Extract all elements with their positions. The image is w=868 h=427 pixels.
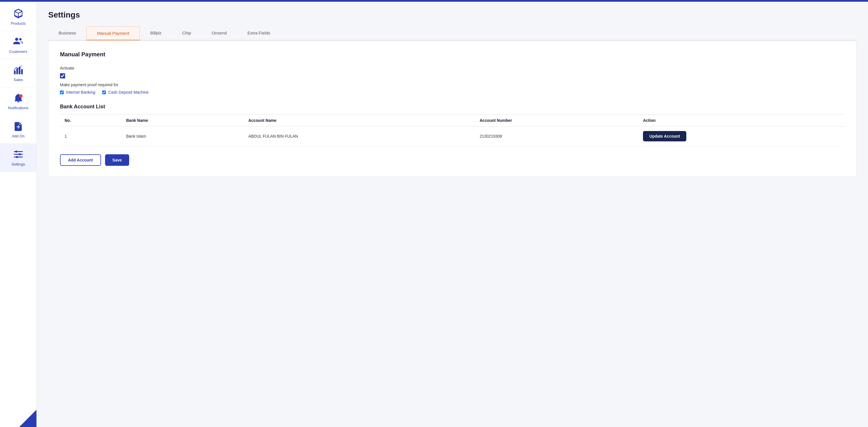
table-row: 1 Bank Islam ABDUL FULAN BIN FULAN 21302… <box>60 126 845 146</box>
add-account-button[interactable]: Add Account <box>60 154 101 166</box>
page-title: Settings <box>48 10 857 20</box>
cell-account-number: 2130219308 <box>475 126 639 146</box>
svg-point-14 <box>16 156 18 158</box>
main-content: Settings Business Manual Payment Billplz… <box>37 2 868 427</box>
bank-account-table: No. Bank Name Account Name Account Numbe… <box>60 114 845 146</box>
bank-account-list-title: Bank Account List <box>60 104 845 110</box>
sidebar-item-notifications-label: Notifications <box>8 106 28 110</box>
sidebar-item-customers-label: Customers <box>9 50 27 54</box>
payment-proof-label: Make payment proof required for <box>60 83 845 87</box>
tab-extra-fields[interactable]: Extra Fields <box>237 26 280 40</box>
sidebar: Products Customers Sales Notifications <box>0 0 37 427</box>
svg-point-13 <box>19 153 21 155</box>
sidebar-item-addon-label: Add On <box>12 134 24 138</box>
internet-banking-label: Internet Banking <box>66 90 95 94</box>
sidebar-item-sales[interactable]: Sales <box>0 59 36 87</box>
sidebar-bottom-accent <box>19 410 36 427</box>
svg-point-0 <box>15 38 18 41</box>
tab-business[interactable]: Business <box>48 26 86 40</box>
payment-proof-options: Internet Banking Cash Deposit Machine <box>60 90 845 94</box>
col-account-name: Account Name <box>244 115 475 126</box>
save-button[interactable]: Save <box>105 154 129 166</box>
tabs-container: Business Manual Payment Billplz Chip Ons… <box>48 26 857 40</box>
content-card: Manual Payment Activate Make payment pro… <box>48 40 857 176</box>
manual-payment-title: Manual Payment <box>60 51 845 58</box>
sidebar-item-addon[interactable]: Add On <box>0 115 36 144</box>
col-bank-name: Bank Name <box>122 115 244 126</box>
tab-chip[interactable]: Chip <box>172 26 202 40</box>
cash-deposit-option: Cash Deposit Machine <box>102 90 149 94</box>
action-buttons: Add Account Save <box>60 154 845 166</box>
svg-point-6 <box>19 94 22 98</box>
svg-rect-2 <box>14 70 16 74</box>
sidebar-item-notifications[interactable]: Notifications <box>0 87 36 115</box>
sliders-icon <box>13 149 24 160</box>
bank-account-section: Bank Account List No. Bank Name Account … <box>60 104 845 166</box>
cell-action: Update Account <box>639 126 845 146</box>
activate-checkbox-row <box>60 73 845 79</box>
activate-checkbox[interactable] <box>60 73 65 79</box>
activate-label: Activate <box>60 66 845 70</box>
box-icon <box>13 8 24 19</box>
cell-bank-name: Bank Islam <box>122 126 244 146</box>
sidebar-item-products[interactable]: Products <box>0 3 36 31</box>
file-plus-icon <box>13 121 24 132</box>
col-account-number: Account Number <box>475 115 639 126</box>
svg-point-1 <box>19 38 21 40</box>
svg-rect-3 <box>16 68 18 74</box>
sidebar-item-settings-label: Settings <box>11 162 25 166</box>
bell-icon <box>13 92 24 104</box>
tab-billplz[interactable]: Billplz <box>140 26 172 40</box>
svg-rect-5 <box>21 69 23 75</box>
people-icon <box>13 36 24 47</box>
cash-deposit-label: Cash Deposit Machine <box>108 90 149 94</box>
sidebar-item-customers[interactable]: Customers <box>0 31 36 59</box>
internet-banking-checkbox[interactable] <box>60 90 64 94</box>
col-no: No. <box>60 115 122 126</box>
tab-onsend[interactable]: Onsend <box>201 26 237 40</box>
update-account-button[interactable]: Update Account <box>643 131 686 141</box>
col-action: Action <box>639 115 845 126</box>
sidebar-item-products-label: Products <box>11 21 26 26</box>
tab-manual-payment[interactable]: Manual Payment <box>86 26 140 40</box>
svg-point-12 <box>15 150 17 152</box>
cell-no: 1 <box>60 126 122 146</box>
sidebar-item-settings[interactable]: Settings <box>0 144 36 172</box>
internet-banking-option: Internet Banking <box>60 90 95 94</box>
cell-account-name: ABDUL FULAN BIN FULAN <box>244 126 475 146</box>
cash-deposit-checkbox[interactable] <box>102 90 106 94</box>
top-accent-bar <box>0 0 868 2</box>
chart-icon <box>13 64 24 75</box>
sidebar-item-sales-label: Sales <box>13 78 23 82</box>
